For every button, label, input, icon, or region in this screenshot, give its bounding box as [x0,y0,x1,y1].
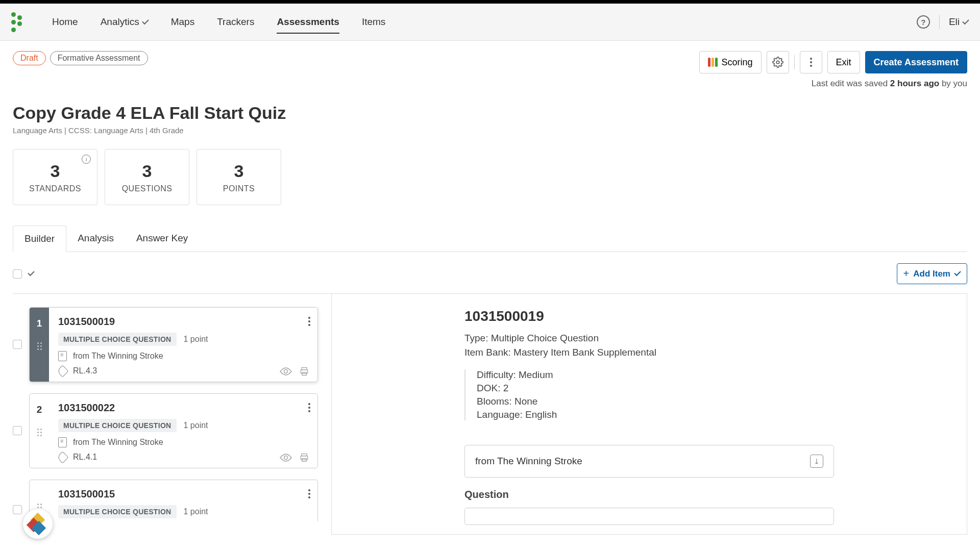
detail-blooms: Blooms: None [477,396,834,407]
print-icon[interactable] [298,366,310,377]
page-meta: Language Arts | CCSS: Language Arts | 4t… [13,126,967,135]
detail-difficulty: Difficulty: Medium [477,369,834,381]
passage-box[interactable]: from The Winning Stroke ⤓ [464,445,834,478]
item-type-pill: MULTIPLE CHOICE QUESTION [58,333,177,346]
item-checkbox[interactable] [13,340,22,349]
svg-point-5 [284,456,288,460]
gear-icon [772,57,783,68]
detail-id: 1031500019 [464,308,834,324]
document-icon [58,437,67,447]
nav-maps[interactable]: Maps [160,4,206,41]
print-icon[interactable] [298,453,310,463]
svg-point-0 [776,61,779,64]
item-menu-button[interactable] [308,317,310,326]
kebab-icon [810,58,812,67]
add-item-button[interactable]: + Add Item [897,263,967,284]
item-id: 1031500015 [58,488,308,500]
standards-value: 3 [51,161,60,181]
chevron-down-icon [954,269,961,276]
drag-handle-icon[interactable] [37,342,42,350]
last-edit-text: Last edit was saved 2 hours ago by you [699,79,967,89]
standards-card[interactable]: i 3 STANDARDS [13,149,97,205]
detail-type: Type: Multiple Choice Question [464,333,834,344]
item-checkbox[interactable] [13,505,22,514]
item-standard: RL.4.3 [73,366,97,375]
top-nav: Home Analytics Maps Trackers Assessments… [0,4,980,41]
questions-label: QUESTIONS [122,184,173,193]
item-list: 1 1031500019 MULTIPLE CHOICE QUESTION 1 … [13,294,332,535]
more-actions-button[interactable] [800,51,822,73]
user-menu[interactable]: Eli [949,16,969,28]
info-icon[interactable]: i [82,155,91,164]
nav-assessments[interactable]: Assessments [265,4,351,41]
points-label: POINTS [223,184,255,193]
standards-label: STANDARDS [29,184,81,193]
scoring-button[interactable]: Scoring [699,51,762,73]
create-assessment-button[interactable]: Create Assessment [865,51,967,73]
item-passage: from The Winning Stroke [73,438,163,447]
item-points: 1 point [184,507,208,516]
tag-icon [56,451,68,463]
drag-handle-icon[interactable] [37,429,42,436]
section-tabs: Builder Analysis Answer Key [13,226,967,252]
user-name: Eli [949,16,960,28]
item-detail-panel: 1031500019 Type: Multiple Choice Questio… [332,294,967,535]
svg-point-1 [284,370,288,373]
select-all-checkbox[interactable] [13,269,22,279]
nav-home[interactable]: Home [41,4,89,41]
questions-value: 3 [142,161,152,181]
nav-analytics-label: Analytics [101,16,139,28]
item-standard: RL.4.1 [73,453,97,462]
item-checkbox[interactable] [13,426,22,435]
nav-items[interactable]: Items [351,4,397,41]
tab-answer-key[interactable]: Answer Key [125,226,199,252]
preview-icon[interactable] [280,366,292,377]
question-heading: Question [464,489,834,500]
item-passage: from The Winning Stroke [73,352,163,361]
divider [794,55,795,69]
item-card[interactable]: 1 1031500019 MULTIPLE CHOICE QUESTION 1 … [29,307,318,382]
draft-badge: Draft [13,51,46,65]
item-type-pill: MULTIPLE CHOICE QUESTION [58,505,177,518]
tag-icon [56,365,68,377]
tab-analysis[interactable]: Analysis [66,226,125,252]
item-menu-button[interactable] [308,489,310,498]
add-item-label: Add Item [913,269,950,279]
passage-title: from The Winning Stroke [475,456,582,467]
item-number: 1 [30,308,49,382]
item-card[interactable]: 2 1031500022 MULTIPLE CHOICE QUESTION 1 … [29,393,318,468]
scoring-label: Scoring [722,57,753,68]
item-id: 1031500022 [58,402,308,414]
app-logo[interactable] [11,12,27,32]
nav-trackers[interactable]: Trackers [206,4,265,41]
preview-icon[interactable] [280,453,292,463]
item-card[interactable]: 1031500015 MULTIPLE CHOICE QUESTION 1 po… [29,480,318,521]
detail-language: Language: English [477,409,834,420]
expand-icon[interactable]: ⤓ [810,455,823,468]
points-value: 3 [234,161,244,181]
document-icon [58,351,67,361]
question-box [464,508,834,525]
chevron-down-icon [962,17,969,24]
floating-help-widget[interactable] [23,509,53,539]
chevron-down-icon[interactable] [28,269,34,276]
nav-analytics[interactable]: Analytics [89,4,160,41]
help-icon[interactable]: ? [917,15,930,29]
questions-card[interactable]: 3 QUESTIONS [105,149,189,205]
page-title: Copy Grade 4 ELA Fall Start Quiz [13,103,967,123]
chevron-down-icon [142,17,149,24]
settings-button[interactable] [767,51,789,73]
exit-button[interactable]: Exit [827,51,860,73]
scoring-bars-icon [708,58,718,67]
item-type-pill: MULTIPLE CHOICE QUESTION [58,419,177,432]
points-card[interactable]: 3 POINTS [197,149,281,205]
item-points: 1 point [184,335,208,344]
tab-builder[interactable]: Builder [13,226,66,252]
item-number: 2 [30,394,49,468]
detail-bank: Item Bank: Mastery Item Bank Supplementa… [464,347,834,358]
detail-dok: DOK: 2 [477,383,834,394]
item-points: 1 point [184,421,208,430]
plus-icon: + [903,268,910,280]
item-menu-button[interactable] [308,403,310,412]
divider [939,15,940,29]
